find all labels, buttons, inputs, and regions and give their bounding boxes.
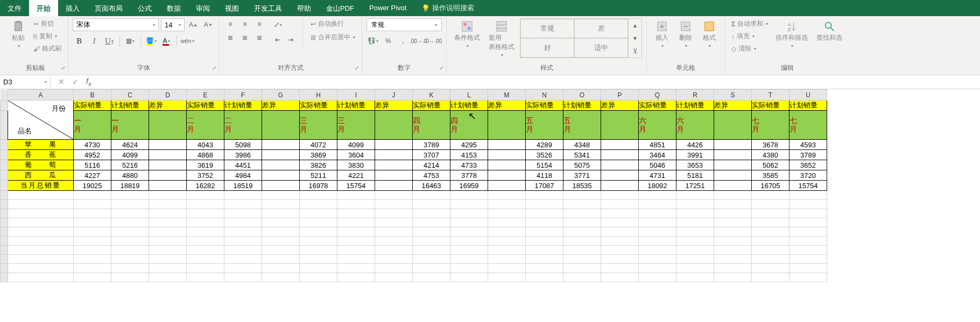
row-header[interactable] bbox=[1, 237, 8, 246]
month-cell[interactable]: 七月 bbox=[752, 111, 789, 140]
empty-cell[interactable] bbox=[187, 246, 224, 255]
merge-center-button[interactable]: ⊞合并后居中▾ bbox=[308, 32, 357, 43]
month-cell[interactable]: 三月 bbox=[337, 111, 375, 140]
data-cell[interactable] bbox=[601, 150, 639, 160]
empty-cell[interactable] bbox=[375, 191, 413, 200]
data-cell[interactable]: 4227 bbox=[74, 170, 111, 181]
empty-cell[interactable] bbox=[413, 227, 450, 237]
empty-cell[interactable] bbox=[714, 264, 752, 273]
data-cell[interactable] bbox=[601, 160, 639, 170]
data-cell[interactable] bbox=[488, 181, 526, 191]
data-cell[interactable]: 19025 bbox=[74, 181, 111, 191]
empty-cell[interactable] bbox=[714, 255, 752, 264]
data-cell[interactable]: 4593 bbox=[789, 140, 827, 150]
empty-cell[interactable] bbox=[300, 246, 337, 255]
data-cell[interactable]: 3789 bbox=[789, 150, 827, 160]
product-name-cell[interactable]: 葡 萄 bbox=[8, 160, 74, 170]
data-cell[interactable]: 4153 bbox=[450, 150, 488, 160]
empty-cell[interactable] bbox=[413, 255, 450, 264]
header-cell[interactable]: 计划销量 bbox=[111, 101, 149, 111]
month-cell[interactable]: 一月 bbox=[74, 111, 111, 140]
empty-cell[interactable] bbox=[450, 227, 488, 237]
month-cell[interactable]: 二月 bbox=[224, 111, 262, 140]
empty-cell[interactable] bbox=[563, 264, 601, 273]
empty-cell[interactable] bbox=[262, 246, 300, 255]
empty-cell[interactable] bbox=[488, 191, 526, 200]
product-name-cell[interactable]: 苹 果 bbox=[8, 140, 74, 150]
empty-cell[interactable] bbox=[262, 218, 300, 227]
empty-cell[interactable] bbox=[714, 237, 752, 246]
row-header[interactable] bbox=[1, 255, 8, 264]
empty-cell[interactable] bbox=[224, 218, 262, 227]
orientation-button[interactable]: ⤢▾ bbox=[271, 18, 284, 31]
data-cell[interactable]: 16282 bbox=[187, 181, 224, 191]
decrease-font-button[interactable]: A▼ bbox=[202, 18, 215, 31]
header-cell[interactable]: 差异 bbox=[262, 101, 300, 111]
empty-cell[interactable] bbox=[752, 209, 789, 218]
empty-cell[interactable] bbox=[488, 273, 526, 282]
empty-cell[interactable] bbox=[714, 246, 752, 255]
data-cell[interactable] bbox=[375, 150, 413, 160]
empty-cell[interactable] bbox=[450, 264, 488, 273]
empty-cell[interactable] bbox=[300, 255, 337, 264]
data-cell[interactable]: 4952 bbox=[74, 150, 111, 160]
empty-cell[interactable] bbox=[601, 237, 639, 246]
empty-cell[interactable] bbox=[74, 200, 111, 209]
style-scroll-up[interactable]: ▴ bbox=[629, 19, 641, 32]
data-cell[interactable] bbox=[601, 140, 639, 150]
empty-cell[interactable] bbox=[111, 200, 149, 209]
empty-cell[interactable] bbox=[601, 273, 639, 282]
find-select-button[interactable]: 查找和选 bbox=[813, 18, 845, 45]
empty-cell[interactable] bbox=[375, 255, 413, 264]
menu-powerpivot[interactable]: Power Pivot bbox=[362, 0, 414, 16]
empty-cell[interactable] bbox=[488, 255, 526, 264]
align-right-button[interactable]: ≣ bbox=[253, 32, 266, 44]
style-good[interactable]: 好 bbox=[520, 38, 574, 58]
empty-cell[interactable] bbox=[224, 209, 262, 218]
empty-cell[interactable] bbox=[789, 191, 827, 200]
currency-button[interactable]: 💱▾ bbox=[366, 34, 379, 47]
empty-cell[interactable] bbox=[752, 255, 789, 264]
data-cell[interactable] bbox=[488, 150, 526, 160]
data-cell[interactable]: 4851 bbox=[639, 140, 676, 150]
empty-cell[interactable] bbox=[563, 273, 601, 282]
empty-cell[interactable] bbox=[111, 246, 149, 255]
empty-cell[interactable] bbox=[337, 264, 375, 273]
empty-cell[interactable] bbox=[488, 209, 526, 218]
col-header[interactable]: R bbox=[676, 90, 714, 101]
empty-cell[interactable] bbox=[676, 209, 714, 218]
empty-cell[interactable] bbox=[262, 200, 300, 209]
data-cell[interactable]: 18819 bbox=[111, 181, 149, 191]
data-cell[interactable] bbox=[488, 160, 526, 170]
empty-cell[interactable] bbox=[74, 209, 111, 218]
menu-formulas[interactable]: 公式 bbox=[130, 0, 159, 16]
empty-cell[interactable] bbox=[375, 237, 413, 246]
empty-cell[interactable] bbox=[149, 218, 187, 227]
data-cell[interactable] bbox=[375, 170, 413, 181]
data-cell[interactable] bbox=[375, 181, 413, 191]
data-cell[interactable]: 17251 bbox=[676, 181, 714, 191]
empty-cell[interactable] bbox=[300, 273, 337, 282]
empty-cell[interactable] bbox=[149, 246, 187, 255]
empty-cell[interactable] bbox=[300, 218, 337, 227]
empty-cell[interactable] bbox=[262, 255, 300, 264]
data-cell[interactable]: 3707 bbox=[413, 150, 450, 160]
empty-cell[interactable] bbox=[74, 218, 111, 227]
empty-cell[interactable] bbox=[563, 246, 601, 255]
col-header[interactable]: K bbox=[413, 90, 450, 101]
data-cell[interactable]: 4730 bbox=[74, 140, 111, 150]
row-header[interactable] bbox=[1, 181, 8, 191]
data-cell[interactable]: 3619 bbox=[187, 160, 224, 170]
empty-cell[interactable] bbox=[714, 191, 752, 200]
header-cell[interactable]: 差异 bbox=[488, 101, 526, 111]
data-cell[interactable]: 3771 bbox=[563, 170, 601, 181]
empty-cell[interactable] bbox=[714, 273, 752, 282]
empty-cell[interactable] bbox=[450, 273, 488, 282]
empty-cell[interactable] bbox=[714, 227, 752, 237]
data-cell[interactable]: 3653 bbox=[676, 160, 714, 170]
table-format-button[interactable]: 套用 表格格式▾ bbox=[485, 18, 518, 60]
month-cell[interactable] bbox=[601, 111, 639, 140]
empty-cell[interactable] bbox=[149, 227, 187, 237]
empty-cell[interactable] bbox=[526, 227, 563, 237]
empty-cell[interactable] bbox=[639, 246, 676, 255]
